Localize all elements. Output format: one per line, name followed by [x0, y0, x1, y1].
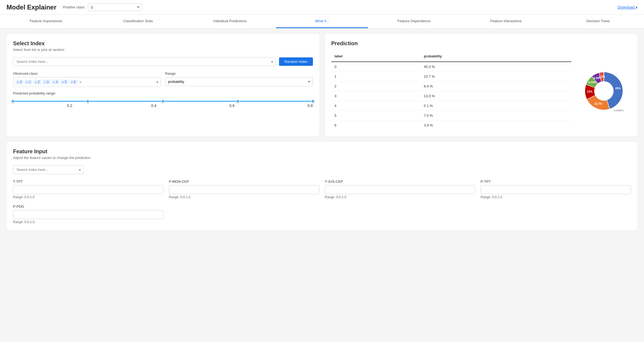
- feature-range: Range: 0.0-1.0: [480, 195, 631, 199]
- table-row: 57.0 %: [331, 111, 572, 120]
- pie-label: 8.39%: [588, 81, 596, 84]
- tags-input[interactable]: × 0 × 1 × 2 × 3 × 4 × 5 × 6 × ▾: [13, 77, 161, 87]
- positive-class-label: Positive class:: [63, 5, 85, 9]
- pie-chart: 45%22.7%13%8.39%6.99%3.9%0.0999%: [579, 67, 628, 115]
- feature-grid: T-TPT Range: 0.0-1.0 P-MON-CKP Range: 0.…: [13, 180, 631, 224]
- random-index-button[interactable]: Random Index: [279, 57, 313, 66]
- tab-decision-trees[interactable]: Decision Trees: [552, 15, 644, 28]
- observed-class-label: Observed class:: [13, 71, 161, 76]
- table-row: 122.7 %: [331, 72, 572, 82]
- tag-6[interactable]: × 6: [69, 80, 77, 84]
- prob-range-section: Predicted probability range: 0.2 0.4 0.6: [13, 91, 313, 110]
- pie-label: 3.9%: [599, 75, 605, 78]
- prediction-inner: label probability 045.0 %122.7 %28.4 %31…: [331, 52, 631, 130]
- download-button[interactable]: Download ▾: [618, 5, 637, 9]
- tags-clear-icon[interactable]: ×: [79, 80, 82, 84]
- feature-value-input[interactable]: [13, 210, 164, 219]
- filter-row: Observed class: × 0 × 1 × 2 × 3 × 4 × 5 …: [13, 71, 313, 87]
- select-index-title: Select Index: [13, 40, 313, 47]
- table-row: 63.9 %: [331, 120, 572, 130]
- feature-label: P-MON-CKP: [169, 180, 319, 184]
- slider-track: [13, 101, 313, 102]
- tab-what-if[interactable]: What if...: [276, 15, 368, 28]
- feature-range: Range: 0.0-1.0: [13, 195, 164, 199]
- slider-thumb-left[interactable]: [11, 99, 15, 103]
- col-label: label: [331, 52, 421, 62]
- pred-label: 3: [331, 91, 421, 101]
- tick-3: 0.8: [307, 103, 313, 108]
- feature-label: T-JUS-CKP: [325, 180, 475, 184]
- chart-area: 45%22.7%13%8.39%6.99%3.9%0.0999%: [577, 52, 631, 130]
- search-input[interactable]: [13, 57, 276, 66]
- tick-1: 0.4: [151, 103, 156, 108]
- tag-1-remove[interactable]: ×: [26, 80, 28, 84]
- tags-chevron-icon[interactable]: ▾: [156, 80, 158, 84]
- prediction-card: Prediction label probability 045.0 %122.…: [325, 34, 638, 136]
- app-title: Model Explainer: [7, 4, 56, 11]
- pred-prob: 8.4 %: [421, 82, 571, 91]
- feature-item: P-PDG Range: 0.0-1.0: [13, 204, 164, 224]
- feature-label: P-TPT: [480, 180, 631, 184]
- tag-5[interactable]: × 5: [60, 80, 68, 84]
- tag-1[interactable]: × 1: [24, 80, 32, 84]
- tag-2-remove[interactable]: ×: [35, 80, 37, 84]
- pred-label: 1: [331, 72, 421, 82]
- tag-6-remove[interactable]: ×: [71, 80, 73, 84]
- main-content: Select Index Select from list or pick at…: [0, 28, 644, 236]
- tag-4[interactable]: × 4: [52, 80, 59, 84]
- positive-class-group: Positive class: 1 0 2 3 4 5 6: [63, 3, 142, 11]
- index-controls: ▾ Random Index: [13, 57, 313, 66]
- feature-search-input[interactable]: [13, 165, 84, 174]
- slider-thumb-2[interactable]: [86, 99, 90, 103]
- col-probability: probability: [421, 52, 571, 62]
- feature-value-input[interactable]: [480, 185, 631, 194]
- tag-4-remove[interactable]: ×: [53, 80, 55, 84]
- tag-2[interactable]: × 2: [33, 80, 41, 84]
- feature-value-input[interactable]: [13, 185, 164, 194]
- table-row: 40.1 %: [331, 101, 572, 111]
- tab-individual-predictions[interactable]: Individual Predictions: [184, 15, 276, 28]
- tick-2: 0.6: [229, 103, 235, 108]
- table-row: 045.0 %: [331, 62, 572, 72]
- tag-0-remove[interactable]: ×: [17, 80, 19, 84]
- tag-3[interactable]: × 3: [42, 80, 50, 84]
- feature-range: Range: 0.0-1.0: [13, 220, 164, 224]
- tab-feature-importances[interactable]: Feature Importances: [0, 15, 92, 28]
- search-input-wrap: ▾: [13, 57, 276, 66]
- tab-classification-stats[interactable]: Classification Stats: [92, 15, 184, 28]
- slider-thumb-4[interactable]: [236, 99, 240, 103]
- tab-feature-interactions[interactable]: Feature Interactions: [460, 15, 552, 28]
- tag-3-remove[interactable]: ×: [44, 80, 46, 84]
- feature-item: T-JUS-CKP Range: 0.0-1.0: [325, 180, 475, 199]
- feature-input-subtitle: Adjust the feature values to change the …: [13, 156, 631, 160]
- table-row: 28.4 %: [331, 82, 572, 91]
- table-row: 313.0 %: [331, 91, 572, 101]
- feature-range: Range: 0.0-1.0: [325, 195, 475, 199]
- pred-label: 5: [331, 111, 421, 120]
- slider-thumb-3[interactable]: [161, 99, 165, 103]
- pred-prob: 13.0 %: [421, 91, 571, 101]
- pred-label: 6: [331, 120, 421, 130]
- tag-0[interactable]: × 0: [15, 80, 23, 84]
- feature-input-card: Feature Input Adjust the feature values …: [7, 142, 637, 230]
- feature-label: T-TPT: [13, 180, 164, 184]
- pred-prob: 3.9 %: [421, 120, 571, 130]
- tab-feature-dependence[interactable]: Feature Dependence: [368, 15, 460, 28]
- slider-ticks: 0.2 0.4 0.6 0.8: [13, 103, 313, 108]
- select-index-card: Select Index Select from list or pick at…: [7, 34, 319, 136]
- pred-prob: 7.0 %: [421, 111, 571, 120]
- feature-value-input[interactable]: [325, 185, 475, 194]
- pie-small-label: 0.0999%: [614, 109, 624, 112]
- pie-label: 13%: [587, 90, 592, 93]
- slider-thumb-right[interactable]: [311, 99, 315, 103]
- positive-class-select[interactable]: 1 0 2 3 4 5 6: [88, 3, 142, 11]
- tag-5-remove[interactable]: ×: [62, 80, 64, 84]
- prediction-table: label probability 045.0 %122.7 %28.4 %31…: [331, 52, 572, 130]
- feature-search-chevron-icon: ▾: [79, 168, 81, 172]
- feature-value-input[interactable]: [169, 185, 319, 194]
- pie-label: 45%: [615, 87, 621, 90]
- pred-prob: 22.7 %: [421, 72, 571, 82]
- top-row: Select Index Select from list or pick at…: [7, 34, 637, 136]
- range-select[interactable]: probability value rank: [165, 77, 313, 86]
- pred-label: 4: [331, 101, 421, 111]
